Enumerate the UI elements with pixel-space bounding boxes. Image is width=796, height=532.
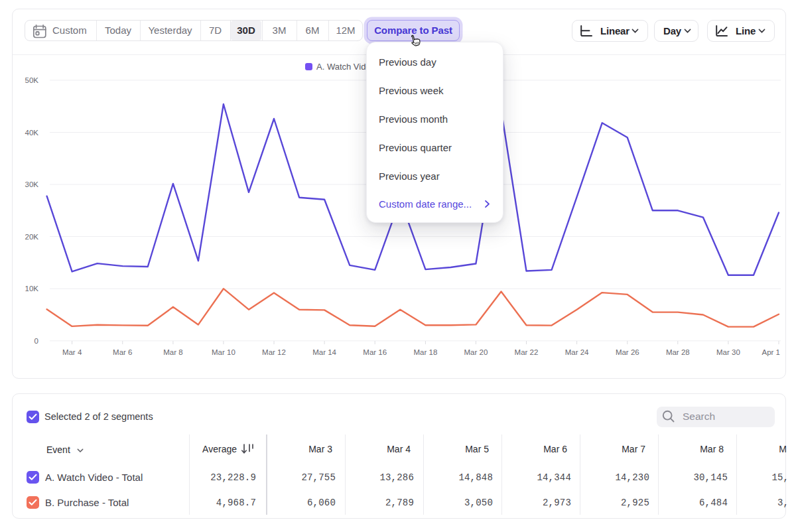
svg-text:Mar 4: Mar 4 — [62, 348, 82, 356]
svg-text:Mar 20: Mar 20 — [464, 348, 488, 356]
svg-text:Mar 26: Mar 26 — [616, 348, 639, 356]
svg-text:Mar 8: Mar 8 — [163, 348, 182, 356]
svg-text:50K: 50K — [25, 76, 39, 84]
svg-text:0: 0 — [34, 337, 38, 345]
svg-text:Mar 16: Mar 16 — [363, 348, 387, 356]
svg-text:40K: 40K — [25, 129, 39, 137]
svg-text:Mar 12: Mar 12 — [262, 348, 286, 356]
svg-text:Mar 30: Mar 30 — [716, 348, 740, 356]
svg-text:Mar 18: Mar 18 — [414, 348, 438, 356]
svg-text:Mar 14: Mar 14 — [312, 348, 336, 356]
svg-text:Mar 24: Mar 24 — [565, 348, 589, 356]
svg-text:20K: 20K — [25, 233, 39, 241]
svg-text:10K: 10K — [25, 285, 39, 293]
svg-text:Apr 1: Apr 1 — [762, 348, 781, 356]
svg-text:Mar 22: Mar 22 — [515, 348, 539, 356]
svg-text:Mar 6: Mar 6 — [113, 348, 132, 356]
svg-text:Mar 28: Mar 28 — [666, 348, 690, 356]
svg-text:Mar 10: Mar 10 — [212, 348, 235, 356]
svg-text:30K: 30K — [25, 180, 39, 188]
